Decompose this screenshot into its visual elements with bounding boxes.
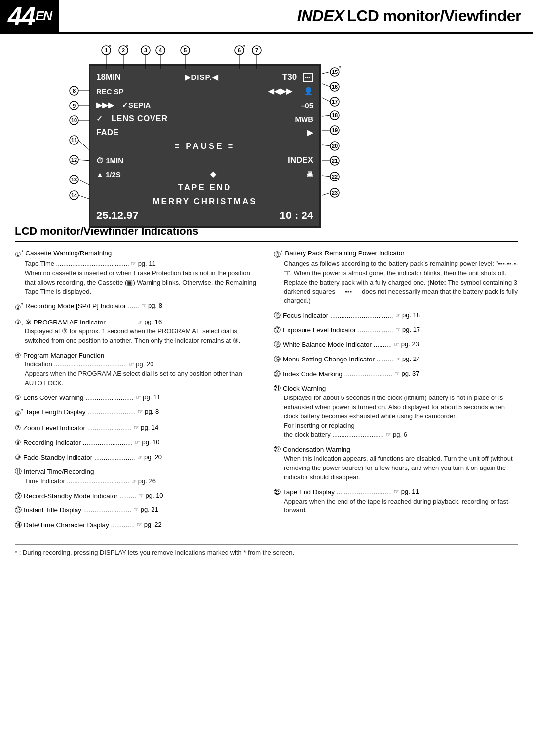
item-5: ⑤ Lens Cover Warning ...................…: [15, 393, 259, 403]
svg-text:11: 11: [71, 137, 77, 143]
svg-text:16: 16: [332, 84, 338, 90]
lcd-row-1: 18MIN ▶DISP.◀ T30 ▪▪▪: [96, 71, 313, 84]
item-12-title: Record-Standby Mode Indicator .........: [24, 491, 136, 501]
svg-point-39: [70, 175, 78, 184]
item-22: ㉒ Condensation Warning When this indicat…: [274, 445, 518, 482]
svg-point-45: [330, 68, 339, 76]
svg-line-57: [322, 115, 330, 116]
svg-point-4: [119, 46, 128, 55]
svg-text:*: *: [339, 65, 341, 71]
item-14: ⑭ Date/Time Character Display ..........…: [15, 520, 259, 530]
item-2-num: ②*: [15, 301, 23, 312]
lcd-row-8: ▲ 1/2S ◆ 🖶: [96, 167, 313, 181]
item-13-num: ⑬: [15, 505, 22, 515]
svg-point-17: [235, 46, 244, 55]
page-title: INDEX LCD monitor/Viewfinder: [59, 0, 533, 32]
svg-text:21: 21: [332, 158, 338, 164]
item-7-ref: pg. 14: [134, 423, 159, 432]
item-18: ⑱ White Balance Mode Indicator .........…: [274, 340, 518, 350]
item-5-title: Lens Cover Warning .....................…: [23, 393, 134, 403]
item-17-num: ⑰: [274, 325, 281, 335]
svg-point-14: [181, 46, 190, 55]
item-20-title: Index Code Marking .....................…: [283, 369, 392, 379]
item-10-ref: pg. 20: [137, 453, 162, 462]
item-23-desc: Appears when the end of the tape is reac…: [274, 497, 518, 516]
lcd-datetime: 25.12.97 10 : 24: [96, 209, 313, 222]
svg-text:*: *: [243, 44, 245, 50]
svg-text:19: 19: [332, 127, 338, 133]
lcd-t30: T30: [282, 72, 297, 82]
svg-text:*: *: [109, 44, 111, 50]
item-22-title: Condensation Warning: [283, 445, 350, 455]
page-header: 44EN INDEX LCD monitor/Viewfinder: [0, 0, 533, 34]
item-21: ㉑ Clock Warning Displayed for about 5 se…: [274, 384, 518, 440]
item-1-title: Cassette Warning/Remaining: [25, 249, 112, 258]
item-14-num: ⑭: [15, 520, 22, 530]
item-4-sublabel: Indication .............................…: [25, 360, 129, 368]
item-1: ①* Cassette Warning/Remaining Tape Time …: [15, 249, 259, 296]
svg-point-52: [330, 97, 339, 106]
item-18-title: White Balance Mode Indicator ..........: [283, 340, 392, 350]
lcd-check: ✓: [96, 114, 103, 123]
svg-point-49: [330, 82, 339, 91]
svg-line-48: [322, 72, 330, 74]
lcd-disp: ▶DISP.◀: [185, 73, 218, 82]
item-6-num: ⑥*: [15, 407, 23, 418]
item-5-ref: pg. 11: [136, 393, 161, 402]
item-18-ref: pg. 23: [394, 340, 419, 349]
item-13: ⑬ Instant Title Display ................…: [15, 505, 259, 515]
item-4-ref: pg. 20: [129, 360, 154, 368]
lcd-row-3: ▶▶▶ ✓SEPIA –05: [96, 98, 313, 112]
item-4-num: ④: [15, 351, 21, 360]
lcd-tape-end: TAPE END: [96, 181, 313, 195]
svg-text:1: 1: [105, 47, 108, 53]
svg-point-61: [330, 142, 339, 150]
item-16-ref: pg. 18: [395, 311, 420, 320]
item-12: ⑫ Record-Standby Mode Indicator ........…: [15, 491, 259, 501]
title-index: INDEX: [297, 7, 344, 25]
item-3-desc: Displayed at ③ for approx. 1 second when…: [15, 327, 259, 346]
svg-line-54: [322, 98, 330, 102]
svg-point-24: [70, 86, 78, 95]
item-6-title: Tape Length Display ....................…: [25, 407, 136, 417]
item-20-ref: pg. 37: [394, 369, 419, 379]
item-4-title: Program Manager Function: [23, 351, 104, 360]
lcd-rec-sp: REC SP: [96, 87, 124, 96]
lcd-mwb: MWB: [295, 115, 314, 123]
item-12-ref: pg. 10: [138, 491, 163, 501]
lcd-play-arrow: ▶: [307, 128, 313, 137]
item-15-title: Battery Pack Remaining Power Indicator: [285, 249, 404, 258]
svg-text:10: 10: [71, 117, 77, 123]
item-2: ②* Recording Mode [SP/LP] Indicator ....…: [15, 301, 259, 312]
svg-point-11: [156, 46, 165, 55]
left-column: ①* Cassette Warning/Remaining Tape Time …: [15, 249, 259, 535]
svg-text:14: 14: [71, 192, 77, 198]
lcd-time: 10 : 24: [280, 209, 314, 222]
item-19-ref: pg. 24: [395, 355, 420, 364]
title-rest: LCD monitor/Viewfinder: [347, 7, 521, 25]
item-17: ⑰ Exposure Level Indicator .............…: [274, 325, 518, 335]
svg-text:3: 3: [144, 47, 147, 53]
svg-text:8: 8: [73, 88, 76, 94]
lcd-timer: ⏱ 1MIN: [96, 156, 123, 165]
lcd-person-icons: 👤: [304, 87, 313, 96]
item-2-ref: pg. 8: [141, 301, 162, 311]
item-21-num: ㉑: [274, 384, 281, 394]
svg-point-64: [330, 156, 339, 165]
item-21-ref: pg. 6: [386, 431, 407, 438]
item-11-sublabel: Time Indicator .........................…: [25, 477, 131, 485]
item-17-title: Exposure Level Indicator ...............…: [283, 325, 393, 335]
svg-point-67: [330, 172, 339, 181]
item-16: ⑯ Focus Indicator ......................…: [274, 311, 518, 321]
main-content: 18MIN ▶DISP.◀ T30 ▪▪▪ REC SP ◀◀▶▶ 👤: [0, 34, 533, 565]
svg-text:5: 5: [184, 47, 187, 53]
svg-text:20: 20: [332, 143, 338, 149]
item-11-num: ⑪: [15, 467, 22, 477]
lcd-row-4: ✓ LENS COVER MWB: [96, 112, 313, 126]
item-3: ③, ⑨ PROGRAM AE Indicator ..............…: [15, 318, 259, 346]
svg-text:17: 17: [332, 99, 338, 105]
svg-text:13: 13: [71, 177, 77, 182]
diagram-container: 18MIN ▶DISP.◀ T30 ▪▪▪ REC SP ◀◀▶▶ 👤: [15, 42, 400, 225]
item-11-ref: pg. 26: [131, 477, 156, 485]
item-4: ④ Program Manager Function Indication ..…: [15, 351, 259, 388]
